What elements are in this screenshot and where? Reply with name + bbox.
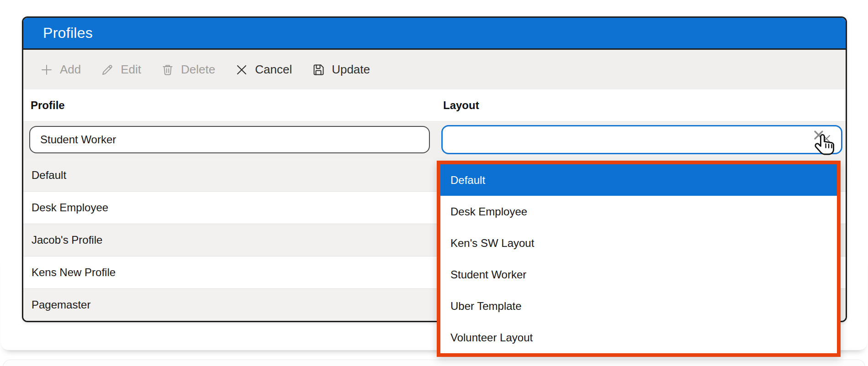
- trash-icon: [161, 63, 174, 76]
- dropdown-option[interactable]: Desk Employee: [440, 196, 837, 227]
- toolbar: Add Edit Delete Cancel: [23, 50, 846, 89]
- dropdown-option[interactable]: Student Worker: [440, 259, 837, 290]
- column-header-row: Profile Layout: [23, 89, 846, 121]
- edit-button-label: Edit: [121, 63, 141, 77]
- delete-button-label: Delete: [181, 63, 215, 77]
- layout-dropdown-list: Default Desk Employee Ken's SW Layout St…: [437, 161, 841, 357]
- page-title: Profiles: [43, 25, 93, 42]
- clear-x-icon[interactable]: [821, 133, 832, 146]
- close-icon: [235, 63, 248, 76]
- plus-icon: [40, 63, 53, 76]
- layout-combobox[interactable]: [441, 125, 842, 154]
- save-icon: [312, 63, 325, 76]
- column-header-layout: Layout: [443, 89, 479, 121]
- add-button[interactable]: Add: [40, 63, 81, 77]
- dropdown-option[interactable]: Default: [440, 164, 837, 196]
- update-button[interactable]: Update: [312, 63, 370, 77]
- page: Profiles Add Edit Delete: [0, 0, 868, 366]
- add-button-label: Add: [60, 63, 81, 77]
- cancel-button-label: Cancel: [255, 63, 292, 77]
- update-button-label: Update: [332, 63, 370, 77]
- dropdown-option[interactable]: Volunteer Layout: [440, 322, 837, 353]
- panel-header: Profiles: [23, 18, 846, 50]
- delete-button[interactable]: Delete: [161, 63, 215, 77]
- profile-name-input[interactable]: [29, 126, 430, 153]
- dropdown-option[interactable]: Uber Template: [440, 290, 837, 322]
- background-next-section-edge: [3, 360, 865, 366]
- column-header-profile: Profile: [31, 89, 65, 121]
- edit-row: [23, 121, 846, 159]
- pencil-icon: [101, 63, 114, 76]
- edit-button[interactable]: Edit: [101, 63, 141, 77]
- dropdown-option[interactable]: Ken's SW Layout: [440, 227, 837, 259]
- cancel-button[interactable]: Cancel: [235, 63, 292, 77]
